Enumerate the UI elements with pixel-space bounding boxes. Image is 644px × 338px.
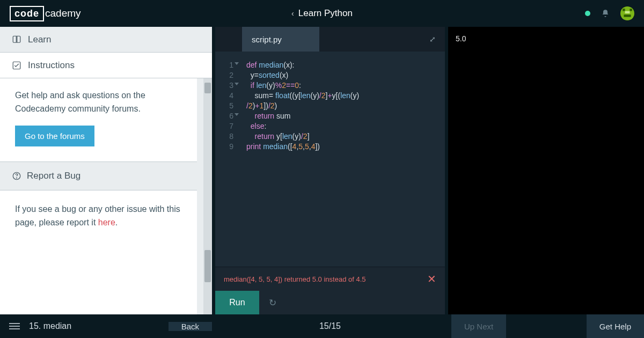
app-root: code cademy ‹ Learn Python Learn [0,0,644,338]
checkbox-icon [12,61,21,70]
upnext-button[interactable]: Up Next [451,314,506,338]
output-text: 5.0 [456,34,636,43]
bug-card: If you see a bug or any other issue with… [0,190,197,314]
output-terminal[interactable]: 5.0 [448,27,644,314]
svg-rect-3 [625,11,630,13]
editor-error-bar: median([4, 5, 5, 4]) returned 5.0 instea… [215,267,445,291]
tab-learn-label: Learn [28,34,51,45]
bug-dot: . [115,218,118,227]
expand-icon[interactable]: ⤢ [420,27,445,52]
side-panel-content: Get help and ask questions on the Codeca… [0,78,203,314]
topbar-right [585,6,634,20]
editor-tab-scriptpy[interactable]: script.py [242,27,319,52]
editor-error-text: median([4, 5, 5, 4]) returned 5.0 instea… [224,275,366,283]
help-text: Get help and ask questions on the Codeca… [15,89,182,116]
close-icon[interactable]: ✕ [427,273,436,285]
bottombar: 15. median Back 15/15 Up Next Get Help [0,314,644,338]
code-editor[interactable]: 123456789 def median(x): y=sorted(x) if … [215,52,445,267]
course-title-text: Learn Python [298,8,353,19]
avatar[interactable] [620,6,634,20]
side-panel: Learn Instructions Get help and ask ques… [0,27,212,314]
scrollbar-thumb-top[interactable] [204,83,211,93]
question-circle-icon [12,171,21,181]
editor-code[interactable]: def median(x): y=sorted(x) if len(y)%2==… [239,60,445,267]
side-scrollbar[interactable] [203,78,212,314]
svg-rect-1 [623,9,625,11]
main-area: Learn Instructions Get help and ask ques… [0,27,644,314]
go-to-forums-button[interactable]: Go to the forums [15,126,94,146]
editor-gutter: 123456789 [215,60,239,267]
tab-instructions[interactable]: Instructions [0,53,212,78]
breadcrumb[interactable]: 15. median [29,321,71,331]
bug-here-link[interactable]: here [98,218,115,227]
chevron-left-icon: ‹ [291,9,294,18]
editor-tab-label: script.py [252,35,282,44]
topbar: code cademy ‹ Learn Python [0,0,644,27]
tab-learn[interactable]: Learn [0,27,212,53]
progress-text: 15/15 [319,321,341,331]
logo-box: code [10,6,44,21]
help-card: Get help and ask questions on the Codeca… [0,78,197,161]
editor-footer: Run ↻ [215,291,445,314]
editor-pane: script.py ⤢ 123456789 def median(x): y=s… [212,27,448,314]
report-bug-label: Report a Bug [27,171,80,181]
tab-instructions-label: Instructions [28,60,75,71]
editor-tab-spacer [215,27,242,52]
bell-icon[interactable] [601,9,610,18]
reload-icon[interactable]: ↻ [259,291,286,314]
course-title-link[interactable]: ‹ Learn Python [291,8,353,19]
logo-text: cademy [45,8,81,19]
status-dot-icon[interactable] [585,11,590,16]
svg-point-7 [17,178,17,178]
gethelp-button[interactable]: Get Help [587,314,644,338]
scrollbar-thumb[interactable] [204,250,211,282]
menu-icon[interactable] [0,322,29,330]
logo[interactable]: code cademy [10,6,81,21]
svg-rect-4 [624,14,631,17]
svg-rect-2 [630,9,632,11]
book-icon [12,35,21,45]
editor-tabbar: script.py ⤢ [215,27,445,52]
back-button[interactable]: Back [169,322,212,331]
report-bug-header[interactable]: Report a Bug [0,161,197,190]
run-button[interactable]: Run [215,291,259,314]
